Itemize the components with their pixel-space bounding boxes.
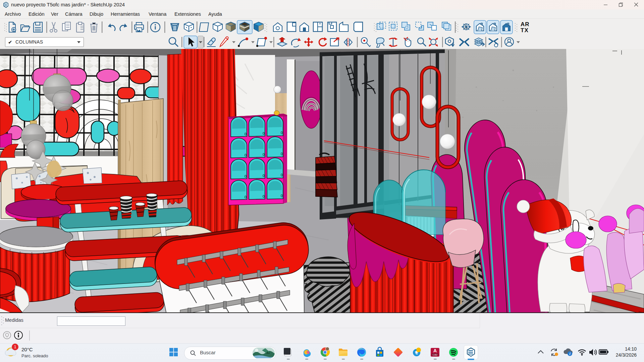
svg-text:0: 0 (281, 173, 283, 177)
svg-text:0: 0 (281, 131, 283, 135)
svg-text:0: 0 (245, 132, 247, 136)
svg-text:0: 0 (263, 153, 265, 157)
svg-text:0: 0 (281, 194, 283, 198)
svg-text:CAD: CAD (433, 354, 438, 356)
svg-text:A-B: A-B (464, 27, 468, 29)
svg-text:20°C: 20°C (21, 347, 33, 352)
svg-text:TX: TX (521, 27, 529, 34)
svg-text:0: 0 (245, 153, 247, 157)
svg-text:1: 1 (14, 345, 16, 349)
svg-text:C: C (465, 24, 467, 26)
svg-text:A: A (433, 348, 437, 353)
svg-text:0: 0 (263, 174, 265, 178)
svg-text:0: 0 (281, 152, 283, 156)
svg-text:Parc. soleado: Parc. soleado (21, 353, 48, 358)
svg-text:AR: AR (521, 21, 530, 27)
svg-text:0: 0 (245, 195, 247, 199)
svg-text:0: 0 (245, 174, 247, 178)
svg-text:0: 0 (263, 194, 265, 198)
svg-text:0: 0 (263, 131, 265, 135)
